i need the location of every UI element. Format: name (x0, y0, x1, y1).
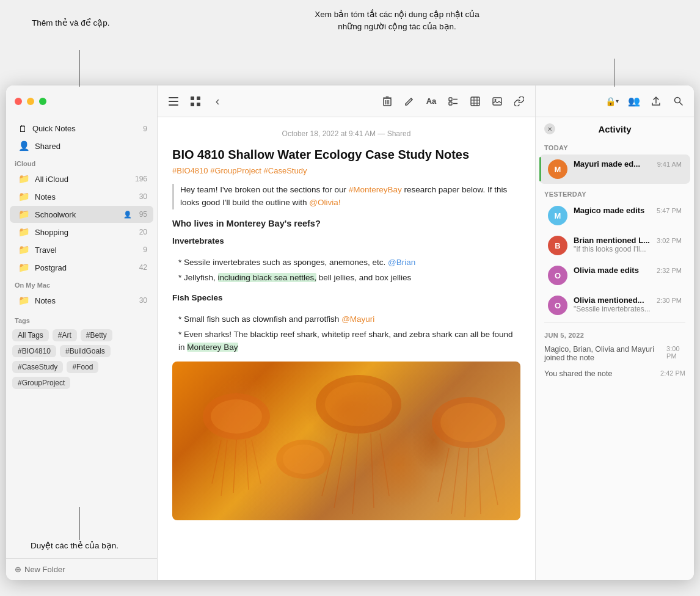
share-button[interactable] (647, 93, 665, 110)
svg-point-32 (325, 382, 392, 426)
icloud-section-label: iCloud (6, 155, 157, 170)
lock-button[interactable]: 🔒▾ (603, 93, 621, 110)
activity-item-olivia-mentioned[interactable]: O Olivia mentioned... 2:30 PM "Sessile i… (539, 291, 690, 320)
magico-item-time: 5:47 PM (657, 207, 682, 214)
activity-close-button[interactable]: ✕ (544, 123, 555, 134)
svg-line-26 (212, 440, 221, 484)
svg-rect-6 (197, 103, 200, 106)
olivia-mentioned-header: Olivia mentioned... 2:30 PM (574, 296, 682, 305)
mayuri-item-header: Mayuri made ed... 9:41 AM (574, 159, 682, 169)
magico-item-header: Magico made edits 5:47 PM (574, 206, 682, 215)
format-button[interactable]: Aa (423, 93, 440, 110)
svg-point-46 (283, 445, 324, 474)
sidebar-item-notes-mac[interactable]: 📁 Notes 30 (10, 292, 153, 309)
svg-rect-15 (449, 102, 452, 105)
svg-rect-13 (449, 98, 452, 101)
invertebrates-item-2: Jellyfish, including black sea nettles, … (178, 271, 520, 286)
sidebar-item-postgrad[interactable]: 📁 Postgrad 42 (10, 259, 153, 276)
sidebar-item-notes-icloud[interactable]: 📁 Notes 30 (10, 188, 153, 205)
note-title: BIO 4810 Shallow Water Ecology Case Stud… (172, 147, 520, 162)
collaboration-button[interactable]: 👥 (625, 93, 643, 110)
schoolwork-icon: 📁 (18, 209, 30, 220)
svg-line-34 (334, 434, 346, 508)
travel-count: 9 (143, 245, 147, 254)
media-button[interactable] (489, 93, 506, 110)
brian-item-time: 3:02 PM (657, 237, 682, 244)
notes-icloud-count: 30 (139, 192, 147, 201)
svg-line-28 (233, 440, 236, 493)
svg-point-25 (211, 399, 262, 434)
schoolwork-shared-icon: 👤 (123, 211, 132, 219)
activity-item-magico[interactable]: M Magico made edits 5:47 PM (539, 201, 690, 230)
shared-label: Shared (35, 142, 147, 151)
minimize-button[interactable] (27, 98, 34, 105)
activity-item-olivia-edits[interactable]: O Olivia made edits 2:32 PM (539, 261, 690, 290)
sidebar-item-shared[interactable]: 👤 Shared (10, 137, 153, 154)
olivia-mentioned-preview: "Sessile invertebrates... (574, 305, 671, 313)
activity-toolbar: 🔒▾ 👥 (536, 85, 694, 117)
tags-label: Tags (12, 314, 151, 329)
olivia-edits-avatar: O (548, 266, 567, 285)
sidebar-item-all-icloud[interactable]: 📁 All iCloud 196 (10, 170, 153, 187)
svg-point-23 (495, 99, 497, 101)
svg-rect-0 (169, 97, 178, 98)
maximize-button[interactable] (39, 98, 46, 105)
tag-casestudy[interactable]: #CaseStudy (12, 361, 63, 373)
svg-point-39 (440, 403, 497, 442)
note-date: October 18, 2022 at 9:41 AM — Shared (172, 129, 520, 138)
svg-rect-17 (471, 97, 479, 106)
compose-button[interactable] (401, 93, 418, 110)
activity-item-mayuri[interactable]: M Mayuri made ed... 9:41 AM (539, 154, 690, 184)
tag-art[interactable]: #Art (53, 329, 77, 341)
checklist-button[interactable] (445, 93, 462, 110)
sidebar-item-schoolwork[interactable]: 📁 Schoolwork 👤 95 (10, 206, 153, 223)
table-button[interactable] (467, 93, 484, 110)
svg-line-42 (465, 448, 468, 517)
tag-betty[interactable]: #Betty (81, 329, 112, 341)
today-section-label: TODAY (536, 138, 694, 154)
sidebar-footer: ⊕ New Folder (6, 558, 157, 580)
fish-item-2: Even sharks! The blacktip reef shark, wh… (178, 327, 520, 355)
link-button[interactable] (511, 93, 528, 110)
mayuri-item-body: Mayuri made ed... 9:41 AM (574, 159, 682, 169)
brian-item-header: Brian mentioned L... 3:02 PM (574, 236, 682, 245)
activity-separator (544, 322, 685, 323)
tag-all-tags[interactable]: All Tags (12, 329, 49, 341)
sidebar-item-quick-notes[interactable]: 🗒 Quick Notes 9 (10, 120, 153, 137)
svg-line-41 (451, 448, 459, 514)
notes-icloud-label: Notes (35, 192, 134, 202)
svg-rect-8 (383, 97, 392, 98)
tag-groupproject[interactable]: #GroupProject (12, 377, 70, 389)
svg-line-48 (679, 103, 682, 106)
postgrad-icon: 📁 (18, 262, 30, 273)
notes-mac-icon: 📁 (18, 295, 30, 306)
back-button[interactable]: ‹ (209, 93, 226, 110)
tag-buildgoals[interactable]: #BuildGoals (60, 345, 111, 357)
search-button[interactable] (669, 93, 687, 110)
note-tags: #BIO4810 #GroupProject #CaseStudy (172, 166, 520, 175)
close-button[interactable] (15, 98, 22, 105)
shared-icon: 👤 (18, 140, 30, 151)
activity-shared-text: You shared the note 2:42 PM (536, 366, 694, 382)
activity-item-brian[interactable]: B Brian mentioned L... 3:02 PM "If this … (539, 231, 690, 260)
svg-rect-3 (191, 96, 194, 100)
svg-line-36 (371, 434, 374, 508)
delete-button[interactable] (379, 93, 396, 110)
notes-mac-label: Notes (35, 296, 134, 305)
new-folder-plus-icon: ⊕ (15, 565, 21, 574)
mayuri-item-time: 9:41 AM (657, 161, 682, 168)
grid-view-button[interactable] (187, 93, 204, 110)
sidebar-item-travel[interactable]: 📁 Travel 9 (10, 241, 153, 258)
olivia-mention: @Olivia! (309, 198, 340, 207)
jun5-section-label: JUN 5, 2022 (536, 325, 694, 341)
sidebar-item-shopping[interactable]: 📁 Shopping 20 (10, 223, 153, 241)
all-icloud-count: 196 (135, 175, 147, 183)
shopping-count: 20 (139, 228, 147, 236)
new-folder-button[interactable]: ⊕ New Folder (15, 565, 65, 574)
svg-line-29 (246, 440, 249, 490)
list-view-button[interactable] (165, 93, 182, 110)
black-sea-nettles-highlight: including black sea nettles, (218, 273, 316, 282)
tag-food[interactable]: #Food (67, 361, 98, 373)
tag-bio4810[interactable]: #BIO4810 (12, 345, 56, 357)
callout-line-top-center (614, 59, 615, 87)
